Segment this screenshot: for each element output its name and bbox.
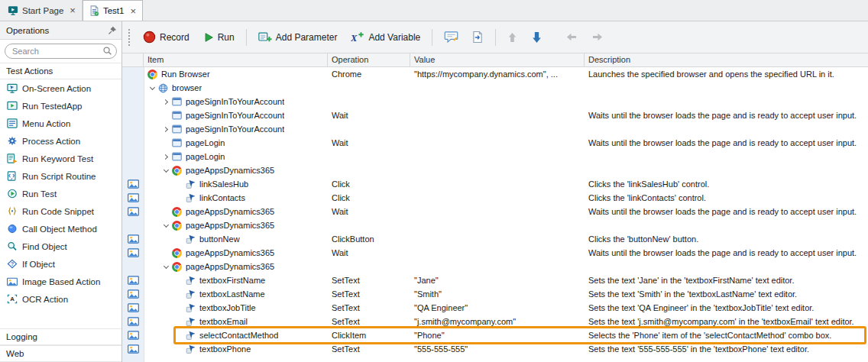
table-row[interactable]: pageLogin Wait Waits until the browser l… (122, 136, 868, 150)
sidebar-item-run-script-routine[interactable]: Run Script Routine (0, 167, 121, 185)
table-row[interactable]: textboxFirstName SetText "Jane" Sets the… (122, 273, 868, 287)
table-row[interactable]: buttonNew ClickButton Clicks the 'button… (122, 232, 868, 246)
value-cell: "https://mycompany.dynamics.com", ... (410, 67, 585, 81)
record-button[interactable]: Record (138, 27, 195, 47)
chevron-right-icon[interactable] (160, 100, 171, 104)
action-icon (185, 289, 196, 299)
sidebar-item-menu-action[interactable]: Menu Action (0, 115, 121, 132)
table-row[interactable]: pageSignInToYourAccount Wait Waits until… (122, 108, 868, 122)
sidebar-group-logging[interactable]: Logging (0, 328, 121, 345)
image-indicator-icon[interactable] (128, 289, 139, 299)
move-right-button[interactable] (586, 29, 609, 45)
sidebar-item-call-object-method[interactable]: Call Object Method (0, 220, 121, 238)
value-cell: "Smith" (410, 287, 585, 301)
table-row[interactable]: textboxPhone SetText "555-555-555" Sets … (122, 342, 868, 356)
table-row[interactable]: selectContactMethod ClickItem "Phone" Se… (122, 328, 868, 342)
run-icon (203, 32, 214, 43)
table-row[interactable]: pageAppsDynamics365 Wait Waits until the… (122, 205, 868, 218)
table-row[interactable]: browser (122, 81, 868, 95)
sidebar-item-process-action[interactable]: Process Action (0, 132, 121, 150)
image-indicator-icon[interactable] (128, 317, 139, 326)
if-object-icon: ? (6, 259, 18, 269)
globe-icon (157, 83, 169, 93)
value-cell: "QA Engineer" (410, 301, 585, 315)
image-indicator-icon[interactable] (128, 234, 139, 244)
value-cell (410, 108, 585, 122)
close-icon[interactable]: × (70, 5, 76, 15)
sidebar-group-test-actions[interactable]: Test Actions (0, 63, 121, 79)
image-indicator-icon[interactable] (128, 276, 139, 285)
table-row[interactable]: textboxJobTitle SetText "QA Engineer" Se… (122, 301, 868, 315)
indicator-cell (122, 177, 144, 191)
run-button[interactable]: Run (198, 29, 240, 46)
image-indicator-icon[interactable] (128, 248, 139, 257)
sidebar-item-run-testedapp[interactable]: Run TestedApp (0, 97, 121, 115)
sidebar-item-run-code-snippet[interactable]: Run Code Snippet (0, 202, 121, 220)
move-left-button[interactable] (560, 29, 583, 45)
operation-cell: Wait (328, 136, 410, 150)
table-row[interactable]: pageAppsDynamics365 Wait Waits until the… (122, 246, 868, 260)
item-label: linkSalesHub (199, 177, 248, 191)
chevron-down-icon[interactable] (147, 87, 157, 89)
add-operation-button[interactable] (467, 27, 489, 47)
image-indicator-icon[interactable] (128, 193, 139, 202)
table-row[interactable]: pageAppsDynamics365 (122, 163, 868, 177)
chevron-right-icon[interactable] (160, 155, 171, 159)
toolbar-grip[interactable] (128, 28, 131, 47)
sidebar-item-run-test[interactable]: Run Test (0, 185, 121, 202)
image-indicator-icon[interactable] (128, 331, 139, 340)
column-header-operation[interactable]: Operation (328, 53, 410, 66)
table-row[interactable]: pageAppsDynamics365 (122, 260, 868, 273)
image-indicator-icon[interactable] (128, 179, 139, 189)
search-input[interactable] (5, 44, 117, 59)
column-header-indicator[interactable] (122, 53, 144, 66)
move-up-button[interactable] (502, 28, 523, 47)
sidebar-item-image-based-action[interactable]: Image Based Action (0, 273, 121, 290)
move-down-button[interactable] (526, 27, 548, 47)
tab-test1[interactable]: Test1 × (83, 0, 143, 21)
chevron-down-icon[interactable] (160, 266, 171, 268)
add-variable-button[interactable]: X Add Variable (345, 28, 426, 46)
sidebar-item-ocr-action[interactable]: A OCR Action (0, 290, 121, 308)
close-icon[interactable]: × (130, 6, 136, 16)
chevron-right-icon[interactable] (160, 128, 171, 131)
column-header-description[interactable]: Description (585, 53, 868, 66)
operation-cell (328, 95, 410, 108)
table-row[interactable]: pageSignInToYourAccount (122, 95, 868, 108)
column-header-item[interactable]: Item (144, 53, 328, 66)
item-cell: pageSignInToYourAccount (144, 108, 328, 122)
table-row[interactable]: pageSignInToYourAccount (122, 122, 868, 136)
tab-start-page[interactable]: Start Page × (2, 0, 83, 21)
indicator-cell (122, 232, 144, 246)
table-row[interactable]: textboxEmail SetText "j.smith@mycompany.… (122, 315, 868, 328)
sidebar-item-on-screen-action[interactable]: On-Screen Action (0, 79, 121, 97)
sidebar-item-find-object[interactable]: Find Object (0, 238, 121, 255)
table-row[interactable]: linkSalesHub Click Clicks the 'linkSales… (122, 177, 868, 191)
sidebar-item-if-object[interactable]: ? If Object (0, 255, 121, 273)
table-row[interactable]: pageAppsDynamics365 (122, 218, 868, 232)
chevron-down-icon[interactable] (160, 225, 171, 227)
column-header-value[interactable]: Value (410, 53, 585, 66)
value-cell (410, 191, 585, 205)
sidebar-group-web[interactable]: Web (0, 345, 121, 362)
operation-cell (328, 163, 410, 177)
image-indicator-icon[interactable] (128, 207, 139, 216)
add-parameter-button[interactable]: Add Parameter (253, 28, 343, 46)
image-indicator-icon[interactable] (128, 303, 139, 312)
item-cell: textboxFirstName (144, 273, 328, 287)
item-label: pageAppsDynamics365 (186, 246, 274, 260)
description-cell: Launches the specified browser and opens… (585, 67, 868, 81)
table-row[interactable]: Run Browser Chrome "https://mycompany.dy… (122, 67, 868, 81)
operation-cell (328, 260, 410, 273)
add-comment-button[interactable] (439, 27, 464, 47)
image-indicator-icon[interactable] (128, 344, 139, 354)
chevron-down-icon[interactable] (160, 170, 171, 172)
table-row[interactable]: pageLogin (122, 150, 868, 163)
sidebar-item-run-keyword-test[interactable]: Run Keyword Test (0, 150, 121, 167)
chrome-icon (171, 248, 183, 258)
table-row[interactable]: textboxLastName SetText "Smith" Sets the… (122, 287, 868, 301)
pin-icon[interactable] (108, 26, 117, 35)
table-row[interactable]: linkContacts Click Clicks the 'linkConta… (122, 191, 868, 205)
description-cell (585, 260, 868, 273)
item-cell: selectContactMethod (144, 328, 328, 342)
